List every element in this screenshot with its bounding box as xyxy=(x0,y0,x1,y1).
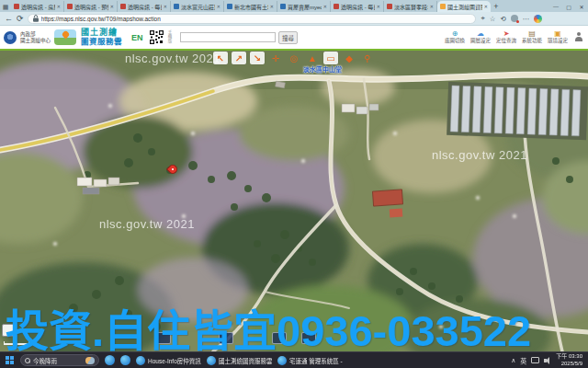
magnifier-icon[interactable]: ⚲ xyxy=(360,52,375,64)
tab-label: 國土測繪圖資服務… xyxy=(447,3,482,11)
maximize-button[interactable]: ▢ xyxy=(562,1,575,12)
taskbar-search-text: 今晚降雨 xyxy=(33,356,83,365)
tab-close-icon[interactable]: ✕ xyxy=(57,4,61,9)
locate-query-button[interactable]: ➤ 定位查詢 xyxy=(494,30,518,44)
tab-close-icon[interactable]: ✕ xyxy=(484,4,488,9)
ime-indicator[interactable]: 英 xyxy=(520,356,526,365)
taskbar-clock[interactable]: 下午 03:30 2025/5/9 xyxy=(556,353,582,367)
browser-tab-active[interactable]: 國土測繪圖資服務… ✕ xyxy=(437,1,491,12)
tab-favicon-icon xyxy=(227,4,232,9)
search-icon xyxy=(25,358,30,363)
clock-time: 下午 03:30 xyxy=(556,353,582,361)
browser-tab[interactable]: 新北市國有土地 刊… ✕ xyxy=(224,1,277,12)
copilot-icon[interactable] xyxy=(534,15,542,23)
site-logo xyxy=(54,29,76,45)
browser-tab[interactable]: 透明房訊 - 預售… ✕ xyxy=(64,1,118,12)
tab-label: 透明房訊 - 每日… xyxy=(128,3,162,11)
map-canvas[interactable]: ↖ ↗ ↘ ✛ ◎ ▲ ▭ ◆ ⚲ 淡水區中山堂 nlsc.gov.tw 202… xyxy=(0,51,588,351)
taskbar-search-box[interactable]: 今晚降雨 xyxy=(20,354,99,366)
weather-icon xyxy=(85,357,95,364)
moi-logo xyxy=(4,31,17,44)
app-icon xyxy=(136,356,145,365)
pan-southeast-icon[interactable]: ↘ xyxy=(250,52,265,64)
tab-favicon-icon xyxy=(280,4,286,9)
tab-close-icon[interactable]: ✕ xyxy=(164,4,167,9)
header-toolbar: ⊕ 底圖切換 ☁ 圖層設定 ➤ 定位查詢 ▤ 系統功能 ▣ 環境設定 xyxy=(443,30,570,44)
environment-settings-button[interactable]: ▣ 環境設定 xyxy=(546,30,570,44)
desktop: ▦ 透明房訊 - 房屋… ✕ 透明房訊 - 預售… ✕ 透明房訊 - 每日… ✕… xyxy=(0,0,588,368)
windows-start-button[interactable] xyxy=(6,356,15,365)
browser-tab[interactable]: 淡水富元山莊別墅… ✕ xyxy=(171,1,224,12)
speaker-icon[interactable] xyxy=(544,357,551,364)
locate-target-icon[interactable]: ◎ xyxy=(287,52,301,64)
refresh-icon[interactable]: ⟳ xyxy=(17,15,24,23)
url-field[interactable]: https://maps.nlsc.gov.tw/T09/mapshow.act… xyxy=(28,14,476,24)
search-input[interactable] xyxy=(180,32,276,42)
language-button[interactable]: EN xyxy=(131,33,143,42)
tab-close-icon[interactable]: ✕ xyxy=(270,4,274,9)
tray-chevron-icon[interactable]: ∧ xyxy=(511,357,515,364)
taskbar-app-window[interactable]: House-Info房仲資訊網 相… xyxy=(136,356,201,365)
watermark: nlsc.gov.tw 2021 xyxy=(432,148,527,162)
favorite-icon[interactable]: ☆ xyxy=(490,15,496,23)
location-icon[interactable]: ⌖ xyxy=(481,14,485,23)
browser-tab-strip: ▦ 透明房訊 - 房屋… ✕ 透明房訊 - 預售… ✕ 透明房訊 - 每日… ✕… xyxy=(0,0,588,12)
browser-tab[interactable]: 透明房訊 - 每日… ✕ xyxy=(118,1,171,12)
layer-settings-button[interactable]: ☁ 圖層設定 xyxy=(469,30,492,44)
mobile-version-label: 手機版 xyxy=(167,30,172,45)
tab-favicon-icon xyxy=(387,4,392,9)
qr-code xyxy=(150,30,164,44)
system-functions-button[interactable]: ▤ 系統功能 xyxy=(520,30,544,44)
more-menu-icon[interactable]: ⋯ xyxy=(523,15,530,23)
tab-label: 透明房訊 - 預售… xyxy=(74,3,108,11)
tab-close-icon[interactable]: ✕ xyxy=(217,4,220,9)
browser-tab[interactable]: 透明房訊 - 每日… ✕ xyxy=(331,1,384,12)
watermark: nlsc.gov.tw 2021 xyxy=(125,52,220,65)
profile-avatar[interactable] xyxy=(511,15,518,22)
tab-close-icon[interactable]: ✕ xyxy=(323,4,327,9)
browser-tab[interactable]: 透明房訊 - 房屋… ✕ xyxy=(11,1,64,12)
lock-icon xyxy=(33,15,39,22)
browser-app-icon[interactable] xyxy=(105,355,115,365)
tab-label: 新北市國有土地 刊… xyxy=(234,3,268,11)
place-label: 淡水區中山堂 xyxy=(303,64,342,74)
taskbar-app-label: House-Info房仲資訊網 相… xyxy=(148,356,201,365)
tab-label: 透明房訊 - 房屋… xyxy=(21,3,55,11)
touch-keyboard-icon[interactable] xyxy=(531,357,539,363)
browser-address-bar: ← ⟳ https://maps.nlsc.gov.tw/T09/mapshow… xyxy=(0,12,588,26)
tab-label: 透明房訊 - 每日… xyxy=(341,3,375,11)
tab-close-icon[interactable]: ✕ xyxy=(377,4,380,9)
app-icon xyxy=(207,356,216,365)
back-icon[interactable]: ← xyxy=(5,15,13,23)
search-button[interactable]: 搜尋 xyxy=(278,31,298,44)
measure-icon[interactable]: ◆ xyxy=(342,52,356,64)
tab-close-icon[interactable]: ✕ xyxy=(110,4,114,9)
site-header: 內政部 國土測繪中心 國土測繪 圖資服務雲 EN 手機版 搜尋 ⊕ xyxy=(0,26,588,51)
close-button[interactable]: ✕ xyxy=(575,1,588,12)
basemap-switch-button[interactable]: ⊕ 底圖切換 xyxy=(443,30,467,44)
sync-icon[interactable]: ⟲ xyxy=(501,15,506,23)
browser-tab[interactable]: 淡水區賢孝段10… ✕ xyxy=(384,1,437,12)
taskbar-app-window[interactable]: 宅速通 管理系統區 - 風… xyxy=(277,356,343,365)
tab-close-icon[interactable]: ✕ xyxy=(430,4,434,9)
pan-northeast-icon[interactable]: ↗ xyxy=(232,52,246,64)
new-tab-button[interactable]: + xyxy=(491,1,502,12)
tab-favicon-icon xyxy=(440,4,446,9)
full-extent-icon[interactable]: ▭ xyxy=(323,52,338,64)
tab-favicon-icon xyxy=(120,4,126,9)
tab-label: 淡水富元山莊別墅… xyxy=(181,3,215,11)
browser-app-icon[interactable] xyxy=(120,355,130,365)
user-icon[interactable] xyxy=(575,32,582,42)
taskbar-app-window[interactable]: 國土測繪圖資服務雲 地… xyxy=(207,356,272,365)
pan-hand-icon[interactable]: ✛ xyxy=(268,52,283,64)
tab-favicon-icon xyxy=(14,4,19,9)
minimize-button[interactable]: — xyxy=(549,1,562,12)
tab-search-icon[interactable]: ▦ xyxy=(0,2,11,12)
windows-taskbar: 今晚降雨 House-Info房仲資訊網 相… 國土測繪圖資服務雲 地… 宅速通… xyxy=(0,351,588,368)
tab-favicon-icon xyxy=(67,4,73,9)
agency-name: 內政部 國土測繪中心 xyxy=(20,31,51,43)
app-icon xyxy=(277,356,287,365)
browser-tab[interactable]: 買屋賣屋myeoc平… ✕ xyxy=(277,1,331,12)
zoom-view-icon[interactable]: ▲ xyxy=(305,52,320,64)
address-bar-actions: ⌖ ☆ ⟲ ⋯ xyxy=(481,14,543,23)
